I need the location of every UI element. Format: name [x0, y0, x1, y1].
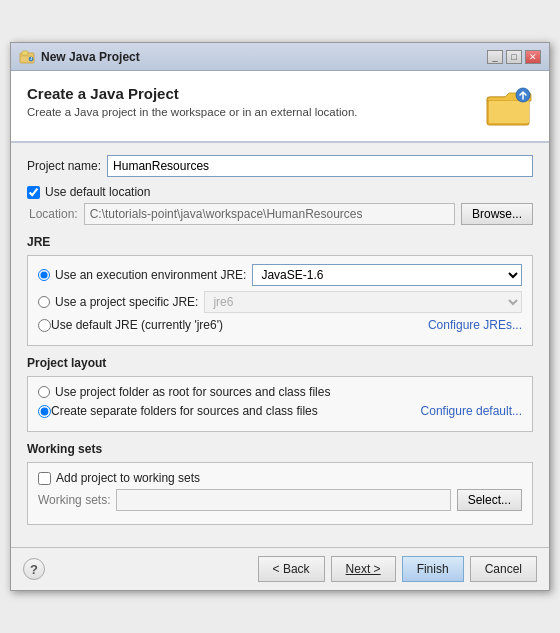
- content-area: Project name: Use default location Locat…: [11, 143, 549, 547]
- cancel-button[interactable]: Cancel: [470, 556, 537, 582]
- jre-option3-row: Use default JRE (currently 'jre6') Confi…: [38, 318, 522, 332]
- jre-option2-label: Use a project specific JRE:: [55, 295, 198, 309]
- jre-option2-select[interactable]: jre6 jre7: [204, 291, 522, 313]
- use-default-location-checkbox[interactable]: [27, 186, 40, 199]
- window-title: New Java Project: [41, 50, 140, 64]
- project-name-input[interactable]: [107, 155, 533, 177]
- layout-option1-radio[interactable]: [38, 386, 50, 398]
- back-button[interactable]: < Back: [258, 556, 325, 582]
- jre-section: Use an execution environment JRE: JavaSE…: [27, 255, 533, 346]
- jre-section-title: JRE: [27, 235, 533, 249]
- minimize-button[interactable]: _: [487, 50, 503, 64]
- project-layout-title: Project layout: [27, 356, 533, 370]
- header-area: Create a Java Project Create a Java proj…: [11, 71, 549, 143]
- title-controls: _ □ ✕: [487, 50, 541, 64]
- layout-option1-row: Use project folder as root for sources a…: [38, 385, 522, 399]
- jre-option1-row: Use an execution environment JRE: JavaSE…: [38, 264, 522, 286]
- title-bar: J New Java Project _ □ ✕: [11, 43, 549, 71]
- window-icon: J: [19, 49, 35, 65]
- svg-rect-1: [22, 51, 28, 55]
- close-button[interactable]: ✕: [525, 50, 541, 64]
- jre-option1-select[interactable]: JavaSE-1.6 JavaSE-1.7 JavaSE-1.8: [252, 264, 522, 286]
- next-button[interactable]: Next >: [331, 556, 396, 582]
- configure-jres-link[interactable]: Configure JREs...: [428, 318, 522, 332]
- project-name-label: Project name:: [27, 159, 101, 173]
- footer-left: ?: [23, 558, 45, 580]
- layout-option2-label: Create separate folders for sources and …: [51, 404, 318, 418]
- layout-option1-label: Use project folder as root for sources a…: [55, 385, 330, 399]
- location-row: Location: Browse...: [27, 203, 533, 225]
- use-default-location-row: Use default location: [27, 185, 533, 199]
- finish-button[interactable]: Finish: [402, 556, 464, 582]
- main-window: J New Java Project _ □ ✕ Create a Java P…: [10, 42, 550, 591]
- add-working-sets-label: Add project to working sets: [56, 471, 200, 485]
- footer: ? < Back Next > Finish Cancel: [11, 547, 549, 590]
- header-title: Create a Java Project: [27, 85, 475, 102]
- svg-text:J: J: [30, 57, 32, 61]
- working-sets-label: Working sets:: [38, 493, 110, 507]
- project-name-row: Project name:: [27, 155, 533, 177]
- jre-option2-radio[interactable]: [38, 296, 50, 308]
- jre-option3-radio[interactable]: [38, 319, 51, 332]
- title-bar-left: J New Java Project: [19, 49, 140, 65]
- jre-option1-radio[interactable]: [38, 269, 50, 281]
- jre-option2-row: Use a project specific JRE: jre6 jre7: [38, 291, 522, 313]
- footer-right: < Back Next > Finish Cancel: [258, 556, 537, 582]
- header-text: Create a Java Project Create a Java proj…: [27, 85, 475, 118]
- browse-button[interactable]: Browse...: [461, 203, 533, 225]
- project-layout-section: Use project folder as root for sources a…: [27, 376, 533, 432]
- select-button[interactable]: Select...: [457, 489, 522, 511]
- configure-default-link[interactable]: Configure default...: [421, 404, 522, 418]
- help-button[interactable]: ?: [23, 558, 45, 580]
- jre-option3-label: Use default JRE (currently 'jre6'): [51, 318, 223, 332]
- use-default-location-label: Use default location: [45, 185, 150, 199]
- working-sets-title: Working sets: [27, 442, 533, 456]
- working-sets-input[interactable]: [116, 489, 450, 511]
- header-subtitle: Create a Java project in the workspace o…: [27, 106, 475, 118]
- working-sets-section: Add project to working sets Working sets…: [27, 462, 533, 525]
- layout-option2-left: Create separate folders for sources and …: [38, 404, 324, 418]
- location-input[interactable]: [84, 203, 455, 225]
- add-working-sets-checkbox[interactable]: [38, 472, 51, 485]
- folder-icon: [485, 85, 533, 127]
- location-label: Location:: [29, 207, 78, 221]
- svg-rect-5: [489, 101, 529, 123]
- working-sets-input-row: Working sets: Select...: [38, 489, 522, 511]
- layout-option2-radio[interactable]: [38, 405, 51, 418]
- add-working-sets-row: Add project to working sets: [38, 471, 522, 485]
- jre-option1-label: Use an execution environment JRE:: [55, 268, 246, 282]
- maximize-button[interactable]: □: [506, 50, 522, 64]
- jre-option3-left: Use default JRE (currently 'jre6'): [38, 318, 229, 332]
- layout-option2-row: Create separate folders for sources and …: [38, 404, 522, 418]
